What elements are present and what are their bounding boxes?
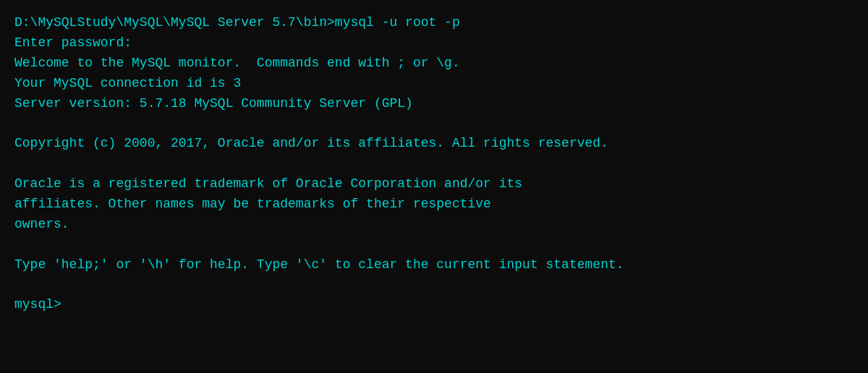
connection-id-line: Your MySQL connection id is 3: [14, 74, 854, 94]
mysql-prompt[interactable]: mysql>: [14, 295, 854, 315]
oracle-line-1: Oracle is a registered trademark of Orac…: [14, 174, 854, 194]
oracle-line-3: owners.: [14, 215, 854, 235]
blank-line-2: [14, 154, 854, 174]
cmd-line: D:\MySQLStudy\MySQL\MySQL Server 5.7\bin…: [14, 13, 854, 33]
enter-password-line: Enter password:: [14, 33, 854, 53]
help-line: Type 'help;' or '\h' for help. Type '\c'…: [14, 255, 854, 275]
blank-line-4: [14, 275, 854, 296]
copyright-line: Copyright (c) 2000, 2017, Oracle and/or …: [14, 134, 854, 154]
server-version-line: Server version: 5.7.18 MySQL Community S…: [14, 94, 854, 114]
terminal-window: D:\MySQLStudy\MySQL\MySQL Server 5.7\bin…: [14, 13, 854, 315]
blank-line-1: [14, 113, 854, 134]
oracle-line-2: affiliates. Other names may be trademark…: [14, 194, 854, 215]
welcome-line: Welcome to the MySQL monitor. Commands e…: [14, 53, 854, 74]
blank-line-3: [14, 235, 854, 255]
